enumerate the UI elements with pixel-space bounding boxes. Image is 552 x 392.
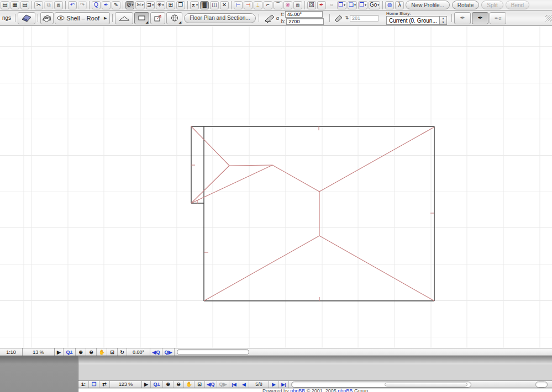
geometry-rectangle-button[interactable]: ◢ bbox=[134, 12, 149, 24]
floor-plan-canvas[interactable] bbox=[0, 26, 552, 348]
element-settings-icon[interactable]: ❒ bbox=[176, 1, 185, 9]
rotate-view-icon[interactable]: ↻ bbox=[118, 348, 127, 356]
scroll-corner[interactable] bbox=[535, 382, 548, 388]
previous-zoom-icon[interactable]: ◀Q bbox=[150, 348, 162, 356]
zoom-preset-icon[interactable]: Q± bbox=[64, 348, 76, 356]
preview-pages-icon[interactable]: ❒ bbox=[89, 381, 99, 388]
paste-icon[interactable]: ⧈ bbox=[54, 1, 63, 9]
fit-in-window-icon[interactable]: ⊡ bbox=[194, 381, 205, 388]
roof-ridge-line[interactable] bbox=[191, 165, 272, 203]
zoom-menu-arrow[interactable]: ▶ bbox=[142, 381, 151, 388]
window-3d-icon[interactable]: ❐▾ bbox=[358, 1, 367, 9]
snap-edge-icon[interactable]: ⊣ bbox=[244, 1, 253, 9]
snap-guide-icon[interactable]: ⌶ bbox=[254, 1, 262, 9]
walk-icon[interactable]: λ bbox=[395, 1, 404, 9]
cutting-plane-icon[interactable]: ✄▾ bbox=[135, 1, 144, 9]
scale-icon[interactable]: 1: bbox=[78, 381, 89, 388]
roof-ridge-line[interactable] bbox=[272, 165, 319, 192]
previous-zoom-icon[interactable]: ◀Q bbox=[205, 381, 217, 388]
suspend-groups-icon[interactable]: ⊘▾ bbox=[125, 1, 134, 9]
pen-white-button[interactable]: ✒ bbox=[454, 12, 471, 24]
fillet-icon[interactable]: ⌐ bbox=[264, 1, 272, 9]
cut-icon[interactable]: ✂ bbox=[34, 1, 43, 9]
zoom-out-icon[interactable]: ⊖ bbox=[174, 381, 184, 388]
redo-icon[interactable]: ↷ bbox=[78, 1, 87, 9]
base-height-field[interactable]: 2700 bbox=[286, 18, 324, 25]
split-button[interactable]: Split bbox=[481, 1, 503, 9]
roof-ridge-line[interactable] bbox=[191, 126, 229, 166]
pan-hand-icon[interactable]: ✋ bbox=[97, 348, 107, 356]
inject-parameters-icon[interactable]: ✎ bbox=[112, 1, 120, 9]
roof-ridge-line[interactable] bbox=[319, 127, 434, 192]
magic-wand-icon[interactable]: ▓ bbox=[200, 1, 209, 9]
slope-value-field[interactable]: 281 bbox=[350, 15, 378, 22]
pitch-angle-field[interactable]: 45.00° bbox=[285, 11, 323, 18]
page-number-cell[interactable]: 5/8 bbox=[249, 381, 269, 388]
stepper-arrows-icon[interactable]: ⇅ bbox=[345, 15, 349, 20]
resize-grip[interactable] bbox=[545, 15, 552, 22]
redline-pen-icon[interactable]: ✒ bbox=[317, 1, 326, 9]
web-icon[interactable]: ◍ bbox=[385, 1, 394, 9]
scale-cell[interactable]: 1:10 bbox=[0, 348, 23, 356]
first-page-icon[interactable]: |◀ bbox=[229, 381, 239, 388]
palette-icon[interactable]: ▤ bbox=[1, 1, 9, 9]
column-tool-icon[interactable]: ⌆▾ bbox=[190, 1, 199, 9]
update-icon[interactable]: ⇄ bbox=[99, 381, 110, 388]
zoom-menu-arrow[interactable]: ▶ bbox=[55, 348, 64, 356]
horizontal-scrollbar[interactable] bbox=[291, 382, 471, 388]
phpbb-link[interactable]: phpBB bbox=[290, 388, 305, 392]
home-story-select[interactable]: Current (0. Groun... bbox=[386, 16, 440, 25]
grid-display-icon[interactable]: ⊞ bbox=[166, 1, 175, 9]
zoom-in-icon[interactable]: ⊕ bbox=[163, 381, 174, 388]
rose-icon[interactable]: ❀ bbox=[283, 1, 292, 9]
roof-tool-button[interactable] bbox=[18, 12, 35, 24]
next-page-icon[interactable]: ▶ bbox=[269, 381, 279, 388]
pick-up-parameters-icon[interactable]: ✒ bbox=[102, 1, 111, 9]
geometry-pitched-button[interactable] bbox=[115, 12, 133, 24]
snap-point-icon[interactable]: ⊢ bbox=[234, 1, 243, 9]
snap-grid-icon[interactable]: ✳▾ bbox=[156, 1, 165, 9]
zoom-percent-cell[interactable]: 13 % bbox=[23, 348, 55, 356]
close-window-icon[interactable]: ✕ bbox=[220, 1, 229, 9]
scrollbar-thumb[interactable] bbox=[385, 383, 467, 386]
home-story-stepper[interactable]: ▲ ▼ bbox=[440, 16, 447, 25]
new-profile-button[interactable]: New Profile... bbox=[406, 1, 449, 9]
window-section-icon[interactable]: ❏▾ bbox=[348, 1, 357, 9]
previous-page-icon[interactable]: ◀ bbox=[239, 381, 249, 388]
last-page-icon[interactable]: ▶| bbox=[279, 381, 289, 388]
pen-black-button[interactable]: ✒ bbox=[472, 12, 488, 24]
pan-hand-icon[interactable]: ✋ bbox=[184, 381, 194, 388]
roof-ridge-line[interactable] bbox=[319, 236, 434, 301]
arc-icon[interactable]: ⌒ bbox=[274, 1, 282, 9]
geometry-complex-button[interactable] bbox=[150, 12, 165, 24]
geometry-dome-button[interactable]: ◢ bbox=[166, 12, 182, 24]
next-zoom-icon[interactable]: Q▶ bbox=[162, 348, 175, 356]
fit-in-window-icon[interactable]: ⊡ bbox=[107, 348, 118, 356]
save-icon[interactable]: ▦ bbox=[10, 1, 19, 9]
preview-title-band[interactable] bbox=[78, 356, 552, 364]
layers-button[interactable] bbox=[40, 12, 54, 24]
zoom-percent-cell[interactable]: 123 % bbox=[110, 381, 142, 388]
next-zoom-icon[interactable]: Q▶ bbox=[217, 381, 229, 388]
window-floorplan-icon[interactable]: ❐▾ bbox=[337, 1, 346, 9]
pen-alpha-button[interactable]: ✒ α bbox=[490, 12, 506, 24]
status-ring-icon[interactable]: ○ bbox=[327, 1, 336, 9]
phpbb-link[interactable]: phpBB bbox=[338, 388, 353, 392]
roof-ridge-line[interactable] bbox=[229, 165, 272, 166]
split-window-icon[interactable]: ◫ bbox=[210, 1, 219, 9]
roof-ridge-line[interactable] bbox=[204, 236, 319, 301]
selection-frame-icon[interactable]: 回 bbox=[307, 1, 316, 9]
floor-plan-section-button[interactable]: Floor Plan and Section... bbox=[184, 13, 256, 23]
horizontal-scrollbar[interactable] bbox=[177, 349, 249, 355]
go-menu[interactable]: Go▾ bbox=[369, 1, 380, 9]
copy-icon[interactable]: ⧉ bbox=[44, 1, 53, 9]
zoom-preset-icon[interactable]: Q± bbox=[151, 381, 163, 388]
marquee-frame-icon[interactable]: ⧈ bbox=[293, 1, 302, 9]
zoom-out-icon[interactable]: ⊖ bbox=[86, 348, 97, 356]
roof-ridge-line[interactable] bbox=[191, 166, 229, 203]
orientation-cell[interactable]: 0.00° bbox=[127, 348, 150, 356]
undo-icon[interactable]: ↶ bbox=[68, 1, 77, 9]
print-icon[interactable]: ▤ bbox=[20, 1, 29, 9]
find-select-icon[interactable]: Q bbox=[92, 1, 101, 9]
rotate-button[interactable]: Rotate bbox=[452, 1, 479, 9]
